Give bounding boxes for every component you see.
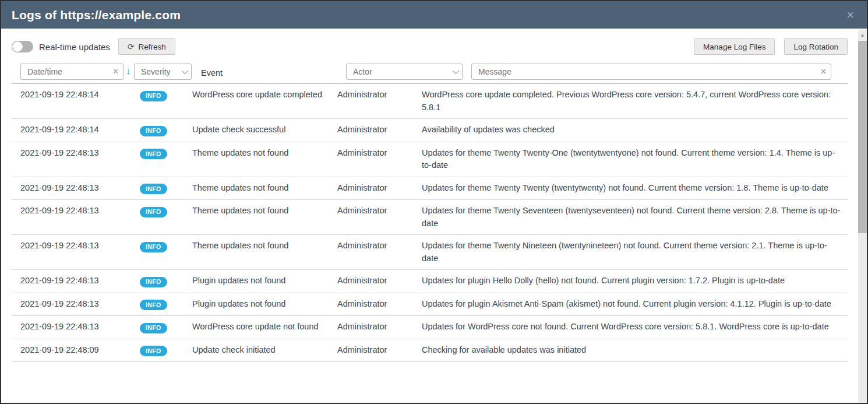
- severity-filter-placeholder: Severity: [141, 67, 178, 76]
- log-severity: INFO: [140, 205, 192, 218]
- log-actor: Administrator: [337, 344, 422, 357]
- table-row[interactable]: 2021-09-19 22:48:13 INFO Theme updates n…: [12, 200, 848, 235]
- log-message: Updates for WordPress core not found. Cu…: [422, 321, 848, 333]
- log-severity: INFO: [140, 240, 192, 253]
- log-event: Theme updates not found: [192, 240, 337, 252]
- log-actor: Administrator: [337, 275, 422, 287]
- severity-badge: INFO: [140, 242, 167, 252]
- log-message: Updates for plugin Hello Dolly (hello) n…: [422, 275, 848, 287]
- log-message: Updates for plugin Akismet Anti-Spam (ak…: [422, 298, 848, 311]
- message-filter-input[interactable]: Message ×: [471, 64, 831, 80]
- log-message: Updates for theme Twenty Twenty (twentyt…: [422, 182, 848, 195]
- log-severity: INFO: [140, 147, 192, 160]
- log-severity: INFO: [140, 344, 192, 357]
- log-severity: INFO: [140, 89, 192, 102]
- log-message: Availability of updates was checked: [422, 124, 848, 136]
- log-actor: Administrator: [337, 89, 422, 101]
- log-table: 2021-09-19 22:48:14 INFO WordPress core …: [12, 84, 848, 362]
- log-event: Plugin updates not found: [192, 275, 337, 287]
- log-severity: INFO: [140, 182, 192, 195]
- log-actor: Administrator: [337, 182, 422, 195]
- log-datetime: 2021-09-19 22:48:14: [12, 89, 140, 101]
- filter-bar: Date/time × ↓ Severity Event Actor Messa…: [12, 64, 848, 80]
- log-actor: Administrator: [337, 147, 422, 160]
- severity-badge: INFO: [140, 184, 167, 194]
- log-event: Theme updates not found: [192, 205, 337, 217]
- message-clear-icon[interactable]: ×: [821, 67, 826, 76]
- severity-badge: INFO: [140, 323, 167, 333]
- severity-badge: INFO: [140, 149, 167, 159]
- log-event: Theme updates not found: [192, 147, 337, 160]
- severity-badge: INFO: [140, 300, 167, 310]
- refresh-button-label: Refresh: [138, 43, 165, 51]
- datetime-filter-input[interactable]: Date/time ×: [20, 64, 124, 80]
- manage-log-files-button[interactable]: Manage Log Files: [694, 38, 775, 55]
- table-row[interactable]: 2021-09-19 22:48:14 INFO Update check su…: [12, 119, 848, 142]
- severity-badge: INFO: [140, 277, 167, 287]
- log-datetime: 2021-09-19 22:48:13: [12, 205, 140, 217]
- datetime-clear-icon[interactable]: ×: [113, 67, 118, 76]
- log-datetime: 2021-09-19 22:48:13: [12, 298, 140, 311]
- log-message: Checking for available updates was initi…: [422, 344, 848, 357]
- log-severity: INFO: [140, 275, 192, 288]
- log-actor: Administrator: [337, 298, 422, 311]
- log-message: WordPress core update completed. Previou…: [422, 89, 848, 114]
- severity-filter-select[interactable]: Severity: [134, 64, 192, 80]
- severity-badge: INFO: [140, 126, 167, 136]
- table-row[interactable]: 2021-09-19 22:48:13 INFO Theme updates n…: [12, 177, 848, 201]
- log-datetime: 2021-09-19 22:48:14: [12, 124, 140, 136]
- log-datetime: 2021-09-19 22:48:09: [12, 344, 140, 357]
- realtime-updates-label: Real-time updates: [39, 42, 110, 52]
- log-severity: INFO: [140, 124, 192, 137]
- severity-badge: INFO: [140, 207, 167, 217]
- refresh-icon: ⟳: [128, 42, 135, 51]
- table-row[interactable]: 2021-09-19 22:48:13 INFO Theme updates n…: [12, 235, 848, 270]
- log-event: Plugin updates not found: [192, 298, 337, 311]
- toggle-knob: [12, 41, 23, 52]
- realtime-updates-toggle[interactable]: [12, 41, 33, 52]
- log-event: Update check successful: [192, 124, 337, 136]
- log-datetime: 2021-09-19 22:48:13: [12, 275, 140, 287]
- table-row[interactable]: 2021-09-19 22:48:13 INFO Plugin updates …: [12, 293, 848, 317]
- chevron-down-icon: [453, 68, 459, 74]
- toolbar: Real-time updates ⟳ Refresh Manage Log F…: [1, 29, 867, 55]
- log-event: Theme updates not found: [192, 182, 337, 195]
- actor-filter-placeholder: Actor: [353, 67, 449, 76]
- refresh-button[interactable]: ⟳ Refresh: [118, 38, 175, 55]
- dialog-titlebar: Logs of https://example.com ×: [1, 1, 867, 29]
- toolbar-right: Manage Log Files Log Rotation: [694, 38, 848, 55]
- log-datetime: 2021-09-19 22:48:13: [12, 147, 140, 160]
- log-datetime: 2021-09-19 22:48:13: [12, 182, 140, 195]
- table-row[interactable]: 2021-09-19 22:48:09 INFO Update check in…: [12, 339, 848, 363]
- log-actor: Administrator: [337, 124, 422, 136]
- datetime-filter-placeholder: Date/time: [27, 67, 110, 76]
- log-severity: INFO: [140, 298, 192, 311]
- log-actor: Administrator: [337, 205, 422, 217]
- log-message: Updates for theme Twenty Nineteen (twent…: [422, 240, 848, 265]
- severity-badge: INFO: [140, 91, 167, 101]
- logs-dialog: { "window": { "title": "Logs of https://…: [0, 0, 868, 404]
- manage-log-files-label: Manage Log Files: [703, 43, 765, 51]
- log-actor: Administrator: [337, 240, 422, 252]
- log-event: WordPress core update not found: [192, 321, 337, 333]
- log-rotation-button[interactable]: Log Rotation: [784, 38, 848, 55]
- log-datetime: 2021-09-19 22:48:13: [12, 321, 140, 333]
- scrollbar-thumb[interactable]: [858, 41, 867, 233]
- log-message: Updates for theme Twenty Twenty-One (twe…: [422, 147, 848, 172]
- scroll-up-icon[interactable]: ▲: [858, 31, 867, 40]
- table-row[interactable]: 2021-09-19 22:48:14 INFO WordPress core …: [12, 84, 848, 119]
- log-event: WordPress core update completed: [192, 89, 337, 101]
- log-severity: INFO: [140, 321, 192, 334]
- actor-filter-select[interactable]: Actor: [346, 64, 463, 80]
- table-row[interactable]: 2021-09-19 22:48:13 INFO WordPress core …: [12, 316, 848, 339]
- log-message: Updates for theme Twenty Seventeen (twen…: [422, 205, 848, 230]
- vertical-scrollbar[interactable]: ▲: [858, 30, 867, 403]
- page-title: Logs of https://example.com: [12, 8, 181, 22]
- log-rotation-label: Log Rotation: [793, 43, 838, 51]
- close-icon[interactable]: ×: [844, 9, 856, 22]
- table-row[interactable]: 2021-09-19 22:48:13 INFO Plugin updates …: [12, 270, 848, 293]
- log-event: Update check initiated: [192, 344, 337, 357]
- sort-descending-icon[interactable]: ↓: [126, 66, 130, 76]
- table-row[interactable]: 2021-09-19 22:48:13 INFO Theme updates n…: [12, 142, 848, 177]
- chevron-down-icon: [182, 68, 188, 74]
